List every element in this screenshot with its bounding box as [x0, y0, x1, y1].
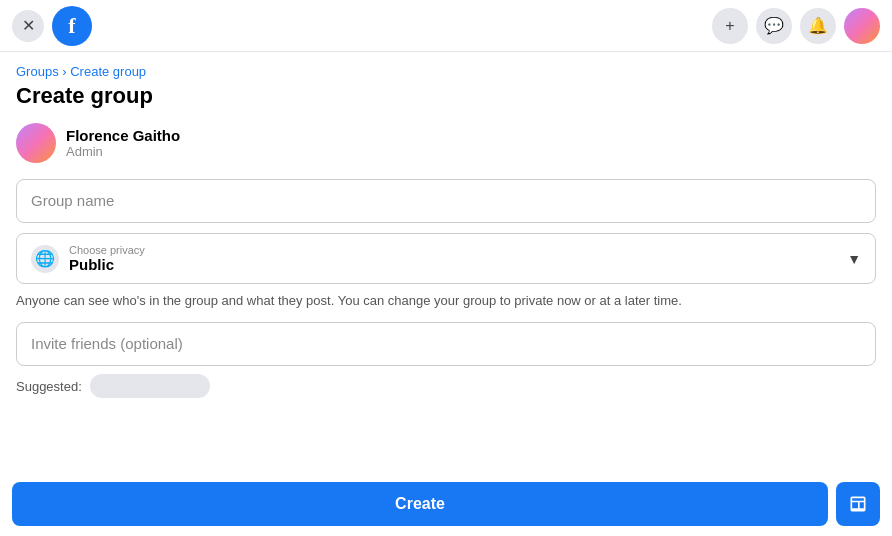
- breadcrumb-groups-link[interactable]: Groups: [16, 64, 59, 79]
- notifications-button[interactable]: 🔔: [800, 8, 836, 44]
- breadcrumb-current: Create group: [70, 64, 146, 79]
- create-button[interactable]: Create: [12, 482, 828, 526]
- add-button[interactable]: +: [712, 8, 748, 44]
- suggested-row: Suggested:: [16, 374, 876, 398]
- globe-icon: 🌐: [31, 245, 59, 273]
- page-title: Create group: [16, 83, 876, 109]
- facebook-logo: f: [52, 6, 92, 46]
- bottom-bar: Create: [0, 472, 892, 536]
- user-role: Admin: [66, 144, 180, 159]
- expand-icon: [848, 494, 868, 514]
- chevron-down-icon: ▼: [847, 251, 861, 267]
- expand-button[interactable]: [836, 482, 880, 526]
- invite-friends-input[interactable]: [31, 335, 861, 352]
- breadcrumb: Groups › Create group: [16, 64, 876, 79]
- nav-right: + 💬 🔔: [712, 8, 880, 44]
- invite-friends-field: [16, 322, 876, 366]
- group-name-input[interactable]: [31, 192, 861, 209]
- messenger-button[interactable]: 💬: [756, 8, 792, 44]
- privacy-label: Choose privacy: [69, 244, 837, 256]
- nav-left: ✕ f: [12, 6, 92, 46]
- group-name-field: [16, 179, 876, 223]
- suggested-pill: [90, 374, 210, 398]
- close-button[interactable]: ✕: [12, 10, 44, 42]
- privacy-text: Choose privacy Public: [69, 244, 837, 273]
- user-name: Florence Gaitho: [66, 127, 180, 144]
- user-avatar-nav[interactable]: [844, 8, 880, 44]
- privacy-value: Public: [69, 256, 837, 273]
- main-content: Groups › Create group Create group Flore…: [0, 52, 892, 418]
- user-row: Florence Gaitho Admin: [16, 123, 876, 163]
- user-info: Florence Gaitho Admin: [66, 127, 180, 159]
- avatar: [16, 123, 56, 163]
- privacy-dropdown[interactable]: 🌐 Choose privacy Public ▼: [16, 233, 876, 284]
- suggested-label: Suggested:: [16, 379, 82, 394]
- top-nav: ✕ f + 💬 🔔: [0, 0, 892, 52]
- privacy-description: Anyone can see who's in the group and wh…: [16, 292, 876, 310]
